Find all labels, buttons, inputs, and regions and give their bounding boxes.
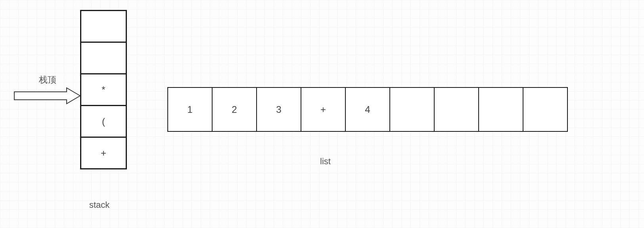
list-cell [523, 87, 568, 132]
list-cell [389, 87, 435, 132]
stack-cell [81, 42, 126, 73]
stack-container: * ( + [80, 10, 127, 169]
list-cell [478, 87, 523, 132]
list-caption: list [320, 156, 331, 167]
stack-cell selected: ( [81, 105, 126, 137]
diagram-canvas: 栈顶 * ( + stack 1 2 3 + 4 list [0, 0, 644, 228]
stack-top-arrow [14, 88, 81, 104]
list-cell: 4 [345, 87, 390, 132]
list-cell [434, 87, 479, 132]
stack-cell [81, 10, 126, 42]
list-container: 1 2 3 + 4 [167, 87, 568, 132]
stack-top-label: 栈顶 [39, 74, 56, 86]
stack-cell: * [81, 73, 126, 105]
stack-cell: + [81, 137, 126, 168]
list-cell: 3 [256, 87, 301, 132]
list-cell: 2 [212, 87, 257, 132]
list-cell: + [301, 87, 346, 132]
stack-caption: stack [89, 200, 109, 210]
list-cell: 1 [167, 87, 213, 132]
